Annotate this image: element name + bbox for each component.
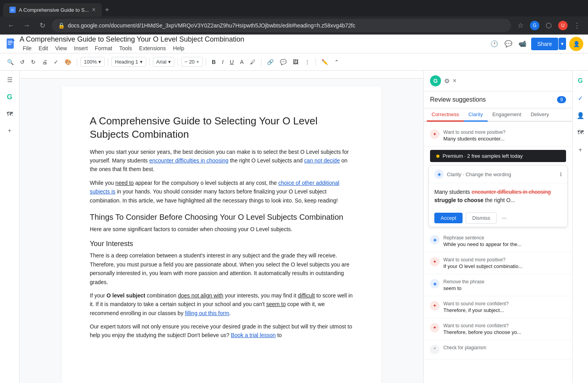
underline-btn[interactable]: U — [227, 57, 236, 67]
font-dropdown[interactable]: Arial ▾ — [153, 57, 174, 67]
meet-icon[interactable]: 📹 — [517, 38, 528, 49]
suggestion-item-1[interactable]: ✦ Want to sound more positive? Many stud… — [424, 125, 572, 147]
tab-close-button[interactable]: × — [92, 6, 95, 13]
more-actions-button[interactable]: ··· — [500, 213, 508, 223]
grammarly-settings-icon[interactable]: ⚙ — [444, 77, 450, 85]
menu-view[interactable]: View — [52, 44, 70, 52]
version-history-icon[interactable]: 🕐 — [489, 38, 500, 49]
more-options-icon[interactable]: ⋮ — [571, 19, 583, 32]
share-button[interactable]: Share — [531, 38, 558, 50]
style-dropdown[interactable]: Heading 1 ▾ — [111, 57, 146, 67]
outline-icon[interactable]: ☰ — [5, 74, 15, 86]
menu-tools[interactable]: Tools — [116, 44, 135, 52]
collapse-toolbar-btn[interactable]: ⌃ — [332, 57, 341, 67]
share-dropdown-button[interactable]: ▾ — [559, 38, 566, 50]
suggestion-item-confident2[interactable]: ✦ Want to sound more confident? Therefor… — [424, 318, 572, 340]
profile-icon[interactable]: G — [528, 19, 541, 32]
browser-chrome: D A Comprehensive Guide to S... × + ← → … — [0, 0, 588, 35]
suggestion-item-plagiarism[interactable]: " Check for plagiarism — [424, 340, 572, 359]
new-tab-button[interactable]: + — [102, 4, 113, 16]
font-size-decrease[interactable]: − — [185, 59, 188, 65]
suggestion-item-confident1[interactable]: ✦ Want to sound more confident? Therefor… — [424, 296, 572, 318]
link-cannot-decide[interactable]: can not decide — [304, 157, 340, 164]
menu-insert[interactable]: Insert — [71, 44, 91, 52]
doc-page: A Comprehensive Guide to Selecting Your … — [62, 86, 381, 383]
paint-format-btn[interactable]: 🎨 — [62, 57, 74, 67]
tab-correctness[interactable]: Correctness — [427, 108, 464, 122]
menu-edit[interactable]: Edit — [36, 44, 51, 52]
tab-clarity[interactable]: Clarity — [464, 108, 488, 122]
print-btn[interactable]: 🖨 — [40, 57, 50, 67]
bold-btn[interactable]: B — [209, 57, 218, 67]
refresh-button[interactable]: ↻ — [36, 19, 49, 32]
redo-btn[interactable]: ↻ — [29, 57, 38, 67]
address-bar[interactable]: 🔒 docs.google.com/document/d/1HMdSe_3xpV… — [52, 19, 511, 32]
document-area[interactable]: A Comprehensive Guide to Selecting Your … — [20, 71, 423, 383]
separator-5 — [206, 58, 206, 66]
right-icon-add[interactable]: + — [575, 144, 586, 155]
text-color-btn[interactable]: A — [238, 57, 246, 67]
right-icon-grammarly[interactable]: G — [575, 75, 586, 86]
suggestion-item-rephrase[interactable]: ◈ Rephrase sentence While you need to ap… — [424, 230, 572, 252]
link-trial[interactable]: Book a trial lesson — [231, 332, 276, 338]
font-size-box: − 20 + — [181, 57, 203, 67]
tab-delivery[interactable]: Delivery — [526, 108, 554, 122]
info-icon[interactable]: ℹ — [560, 171, 562, 177]
input-tools-btn[interactable]: ✏️ — [319, 57, 330, 67]
right-icon-check[interactable]: ✓ — [575, 93, 586, 104]
doc-paragraph-4: If your O level subject combination does… — [90, 291, 353, 317]
suggestion-label-confident1: Want to sound more confident? — [443, 301, 566, 306]
separator-7 — [316, 58, 316, 66]
doc-title[interactable]: A Comprehensive Guide to Selecting Your … — [20, 35, 489, 44]
dismiss-button[interactable]: Dismiss — [466, 212, 497, 224]
extensions-icon[interactable]: ⬡ — [543, 19, 555, 32]
active-card-body: Many students encounter difficulties in … — [429, 183, 567, 209]
plus-left-icon[interactable]: + — [5, 125, 14, 137]
right-icon-map[interactable]: 🗺 — [575, 127, 586, 138]
separator-4 — [178, 58, 178, 66]
image-btn[interactable]: 🖼 — [290, 57, 301, 67]
menu-extensions[interactable]: Extensions — [136, 44, 169, 52]
more-formatting-btn[interactable]: ⋮ — [302, 57, 312, 67]
grammarly-right-icons: G ✓ 👤 🗺 + — [572, 71, 588, 383]
grammarly-header: G ⚙ × — [424, 71, 572, 91]
menu-format[interactable]: Format — [92, 44, 115, 52]
suggestion-row-remove: ◈ Remove the phrase seem to — [430, 279, 566, 291]
menu-file[interactable]: File — [20, 44, 35, 52]
user-avatar[interactable]: 👤 — [569, 37, 583, 51]
link-form[interactable]: filling out this form — [185, 310, 229, 316]
search-btn[interactable]: 🔍 — [5, 57, 16, 67]
grammarly-left-icon[interactable]: G — [4, 91, 15, 104]
grammarly-close-icon[interactable]: × — [453, 77, 456, 85]
highlight-btn[interactable]: 🖊 — [248, 57, 258, 67]
link-btn[interactable]: 🔗 — [265, 57, 276, 67]
forward-button[interactable]: → — [20, 19, 33, 32]
font-size-increase[interactable]: + — [196, 59, 200, 65]
suggestion-item-positive2[interactable]: ✦ Want to sound more positive? If your O… — [424, 252, 572, 274]
font-dropdown-icon: ▾ — [168, 59, 171, 65]
bookmark-icon[interactable]: ☆ — [514, 19, 527, 32]
review-suggestions-header: Review suggestions 9 — [424, 91, 572, 108]
spell-check-btn[interactable]: ✓ — [51, 57, 61, 67]
user-profile-icon[interactable]: U — [557, 19, 569, 32]
right-icon-person[interactable]: 👤 — [575, 110, 586, 121]
comments-icon[interactable]: 💬 — [503, 38, 514, 49]
back-button[interactable]: ← — [5, 19, 17, 32]
suggestion-content-rephrase: Rephrase sentence While you need to appe… — [443, 235, 566, 247]
comment-btn[interactable]: 💬 — [278, 57, 289, 67]
map-icon[interactable]: 🗺 — [4, 108, 15, 120]
zoom-dropdown[interactable]: 100% ▾ — [80, 57, 105, 67]
link-encounter[interactable]: encounter difficulties in choosing — [149, 157, 229, 164]
suggestion-content-remove: Remove the phrase seem to — [443, 279, 566, 291]
active-tab[interactable]: D A Comprehensive Guide to S... × — [3, 3, 102, 16]
tab-engagement[interactable]: Engagement — [488, 108, 526, 122]
svg-marker-6 — [13, 38, 15, 41]
accept-button[interactable]: Accept — [434, 213, 463, 223]
suggestion-row-1: ✦ Want to sound more positive? Many stud… — [430, 129, 566, 142]
underline-difficult: difficult — [298, 292, 315, 299]
undo-btn[interactable]: ↺ — [18, 57, 27, 67]
menu-help[interactable]: Help — [170, 44, 187, 52]
italic-btn[interactable]: I — [220, 57, 226, 67]
font-size-value[interactable]: 20 — [189, 59, 194, 65]
suggestion-item-remove[interactable]: ◈ Remove the phrase seem to — [424, 274, 572, 296]
